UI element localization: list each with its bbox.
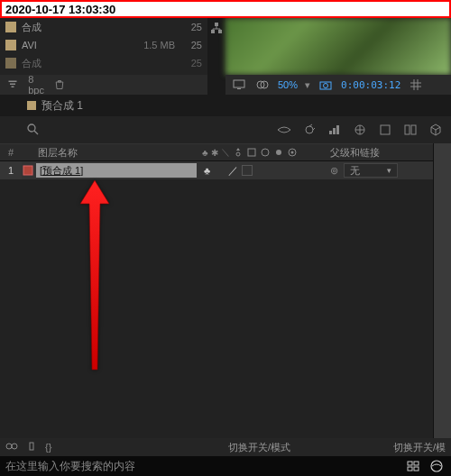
svg-rect-15 (329, 131, 332, 134)
bpc-label[interactable]: 8 bpc (29, 78, 43, 91)
top-panels: 合成 25 AVI 1.5 MB 25 合成 25 8 bpc 50% ▾ (0, 18, 451, 95)
svg-point-30 (12, 444, 17, 449)
search-icon[interactable] (27, 124, 39, 137)
svg-rect-16 (333, 128, 336, 134)
folder-icon (5, 22, 16, 32)
zoom-value[interactable]: 50% (278, 79, 298, 90)
svg-point-29 (6, 444, 12, 449)
layer-parent: ⊚ 无 ▾ (323, 163, 451, 178)
frame-blend-icon[interactable] (402, 123, 419, 137)
svg-point-22 (236, 152, 240, 156)
footer-mode-toggle[interactable]: 切换开关/模式 (221, 441, 298, 454)
switch-fx[interactable] (242, 165, 253, 176)
timeline-body[interactable] (0, 179, 451, 438)
layer-name[interactable]: [预合成 1] (36, 163, 197, 178)
adjustment-icon[interactable] (352, 123, 368, 137)
asset-size: 1.5 MB (143, 40, 175, 50)
edge-icon[interactable] (429, 459, 444, 473)
svg-point-14 (306, 126, 313, 133)
grid-icon[interactable] (408, 78, 424, 92)
timeline-tabs: 预合成 1 (0, 95, 451, 116)
layer-color[interactable] (22, 165, 34, 176)
layer-index: 1 (0, 161, 22, 179)
svg-rect-2 (12, 87, 14, 88)
preview-viewport[interactable] (226, 18, 451, 75)
graph-icon[interactable] (327, 123, 343, 137)
header-parent: 父级和链接 (323, 146, 451, 160)
svg-rect-4 (211, 30, 215, 33)
switch-quality[interactable]: ／ (228, 164, 238, 178)
svg-rect-1 (10, 84, 15, 86)
timeline-headers: # 图层名称 ♣✱＼ 父级和链接 (0, 143, 451, 161)
header-switches: ♣✱＼ (197, 146, 323, 159)
asset-row[interactable]: 合成 25 (0, 18, 207, 36)
asset-num: 25 (175, 58, 202, 69)
task-view-icon[interactable] (406, 459, 420, 473)
asset-name: 合成 (22, 21, 175, 34)
switch-transform[interactable]: ♣ (204, 165, 210, 176)
trash-icon[interactable] (52, 78, 67, 91)
asset-num: 25 (175, 40, 202, 50)
svg-point-27 (290, 151, 293, 154)
timeline-footer: {} 切换开关/模式 切换开关/模 (0, 438, 451, 456)
preview-toolbar: 50% ▾ 0:00:03:12 (226, 75, 451, 95)
search-area (20, 124, 269, 137)
shy-icon[interactable] (276, 123, 292, 137)
asset-row[interactable]: 合成 25 (0, 54, 207, 72)
monitor-icon[interactable] (231, 78, 247, 92)
footer-mode-toggle-right[interactable]: 切换开关/模 (388, 441, 451, 454)
layer-row[interactable]: 1 [预合成 1] ♣ ／ ⊚ 无 ▾ (0, 161, 451, 179)
timestamp-overlay: 2020-10-17 13:03:30 (0, 0, 451, 18)
timestamp-text: 2020-10-17 13:03:30 (5, 3, 115, 16)
project-panel: 合成 25 AVI 1.5 MB 25 合成 25 8 bpc (0, 18, 207, 95)
toggle-switches-icon[interactable] (5, 442, 20, 453)
render-icon[interactable] (377, 123, 393, 137)
asset-row[interactable]: AVI 1.5 MB 25 (0, 36, 207, 54)
svg-rect-3 (215, 23, 218, 26)
comp-icon (27, 101, 36, 110)
snapshot-icon[interactable] (318, 78, 334, 92)
parent-dropdown[interactable]: 无 ▾ (344, 163, 398, 178)
filter-icon[interactable] (5, 78, 20, 91)
header-layer-name: 图层名称 (34, 146, 197, 160)
svg-rect-0 (9, 81, 17, 83)
layer-switches: ♣ ／ (197, 164, 323, 178)
3d-icon[interactable] (428, 123, 444, 137)
svg-rect-35 (414, 467, 419, 471)
tab-label: 预合成 1 (41, 98, 83, 114)
taskbar-search-hint[interactable]: 在这里输入你要搜索的内容 (0, 459, 141, 474)
svg-point-25 (276, 150, 281, 155)
folder-icon (5, 40, 16, 50)
svg-rect-31 (30, 443, 33, 450)
svg-point-11 (324, 84, 328, 88)
timecode[interactable]: 0:00:03:12 (341, 79, 400, 91)
svg-rect-33 (414, 462, 419, 465)
svg-rect-28 (23, 166, 32, 175)
svg-rect-32 (408, 462, 412, 465)
project-toolbar: 8 bpc (0, 75, 207, 95)
timeline-tab[interactable]: 预合成 1 (27, 98, 83, 114)
flowchart-icon[interactable] (210, 22, 223, 34)
svg-rect-20 (405, 125, 410, 134)
svg-rect-23 (248, 149, 255, 156)
zoom-out-icon[interactable] (25, 442, 40, 453)
windows-taskbar: 在这里输入你要搜索的内容 (0, 456, 451, 476)
brace-icon[interactable]: {} (45, 442, 60, 453)
svg-rect-5 (218, 30, 222, 33)
motion-blur-icon[interactable] (301, 123, 318, 137)
pickwhip-icon[interactable]: ⊚ (330, 165, 338, 177)
panel-divider (207, 18, 226, 95)
preview-panel: 50% ▾ 0:00:03:12 (226, 18, 451, 95)
svg-point-24 (262, 149, 269, 156)
header-index: # (0, 147, 22, 158)
timeline-toolbar (0, 116, 451, 143)
svg-rect-34 (408, 467, 412, 471)
timeline-track-area[interactable] (433, 143, 451, 438)
parent-value: 无 (350, 164, 360, 178)
svg-line-13 (34, 131, 38, 134)
svg-rect-7 (237, 88, 241, 89)
asset-name: 合成 (22, 57, 175, 70)
mask-icon[interactable] (254, 78, 271, 92)
svg-rect-17 (336, 125, 339, 134)
svg-point-12 (28, 124, 35, 132)
